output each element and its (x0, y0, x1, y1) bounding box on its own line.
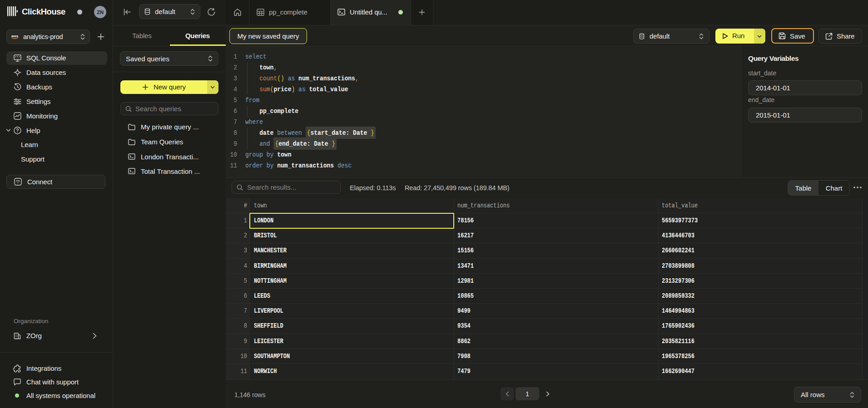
svg-text:aws: aws (11, 34, 19, 38)
